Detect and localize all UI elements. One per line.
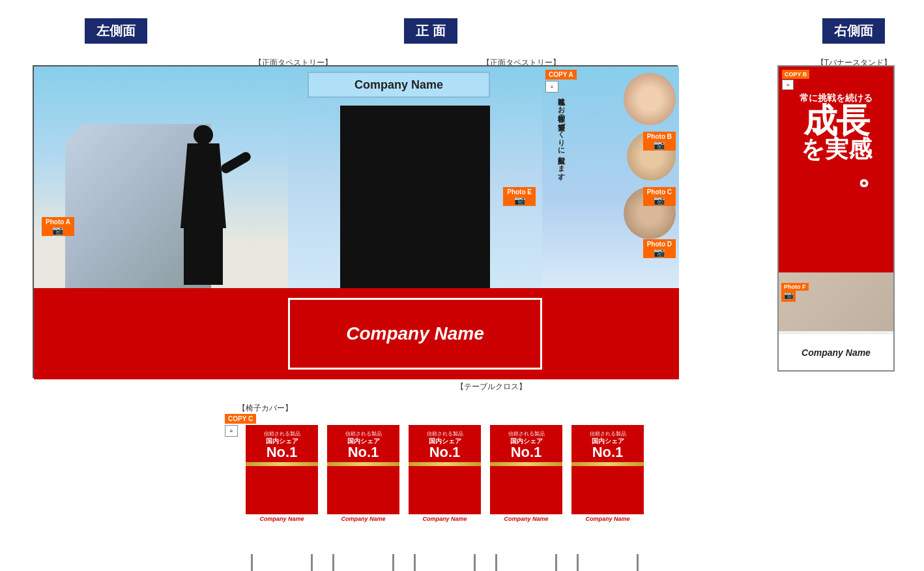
chair-card-1: 信頼される製品 国内シェア No.1 Company Name [244, 424, 319, 525]
chair-1-stripe [246, 462, 318, 466]
left-panel: Photo A 📷 [34, 66, 288, 288]
chair-card-2: 信頼される製品 国内シェア No.1 Company Name [326, 424, 401, 525]
chair-4-company: Company Name [490, 514, 562, 523]
copy-b-badge: COPY B [782, 70, 809, 79]
copy-a-doc-icon: ≡ [545, 81, 558, 93]
photo-a-badge[interactable]: Photo A 📷 [42, 217, 74, 236]
jp-text: 私達はお客様の繁盛づくりに貢献します。 [545, 93, 568, 184]
chair-5-big: No.1 [592, 445, 624, 460]
chair-2-company: Company Name [327, 514, 399, 523]
banner-doc-icon: ≡ [782, 80, 794, 90]
banner-period: 。 [784, 161, 888, 186]
section-label-right: 右側面 [822, 18, 885, 44]
camera-icon-b: 📷 [654, 140, 665, 149]
table-cross-label: 【テーブルクロス】 [456, 381, 527, 392]
chair-4-stripe [490, 462, 562, 466]
chair-5-company: Company Name [571, 514, 644, 523]
camera-icon-c: 📷 [654, 196, 665, 205]
chair-4-small: 信頼される製品 [508, 430, 545, 437]
chair-1-small: 信頼される製品 [264, 430, 300, 437]
chair-3-leg [414, 554, 476, 571]
chair-card-4: 信頼される製品 国内シェア No.1 Company Name [489, 424, 564, 525]
chair-2-leg [332, 554, 394, 571]
right-tapestry: COPY A ≡ 私達はお客様の繁盛づくりに貢献します。 Photo B 📷 P… [542, 66, 679, 288]
photo-c-badge[interactable]: Photo C 📷 [643, 187, 676, 206]
t-banner-stand: COPY B ≡ 常に挑戦を続ける 成長 を実感 。 Photo F 📷 Com… [777, 65, 895, 372]
camera-icon-d: 📷 [654, 248, 665, 257]
chair-5-leg [577, 554, 639, 571]
chair-4-big: No.1 [511, 445, 542, 460]
booth-outline: Photo A 📷 Company Name Photo E 📷 COPY A … [33, 65, 678, 378]
person-photo-1 [624, 73, 676, 125]
company-name-top-banner: Company Name [308, 72, 490, 98]
chair-3-small: 信頼される製品 [427, 430, 463, 437]
chair-1-leg [251, 554, 313, 571]
chair-card-3: 信頼される製品 国内シェア No.1 Company Name [407, 424, 482, 525]
camera-icon-f: 📷 [781, 289, 796, 302]
photo-b-badge[interactable]: Photo B 📷 [643, 132, 676, 151]
banner-photo-area: Photo F 📷 [779, 272, 893, 331]
banner-kanji: 成長 [784, 104, 888, 138]
banner-text-area: 常に挑戦を続ける 成長 を実感 。 [779, 93, 893, 186]
chair-4-leg [495, 554, 557, 571]
camera-icon: 📷 [52, 226, 63, 235]
copy-c-badge: COPY C [225, 414, 256, 424]
booth-entrance [340, 106, 490, 288]
chair-2-big: No.1 [348, 445, 379, 460]
chair-2-stripe [327, 462, 399, 466]
chairs-area: 信頼される製品 国内シェア No.1 Company Name 信頼される製品 … [235, 424, 691, 554]
chair-card-5: 信頼される製品 国内シェア No.1 Company Name [570, 424, 645, 525]
copy-a-badge: COPY A [545, 70, 577, 80]
center-tapestry: Company Name Photo E 📷 [288, 66, 542, 288]
camera-icon-e: 📷 [514, 196, 525, 205]
person-silhouette [171, 125, 236, 288]
company-name-center-box: Company Name [288, 298, 542, 370]
section-label-left: 左側面 [85, 18, 147, 44]
chair-3-big: No.1 [429, 445, 461, 460]
chair-5-stripe [571, 462, 644, 466]
section-label-center: 正 面 [404, 18, 457, 44]
banner-inner: COPY B ≡ 常に挑戦を続ける 成長 を実感 。 Photo F 📷 Com… [779, 66, 893, 370]
chair-1-big: No.1 [267, 445, 298, 460]
chair-5-small: 信頼される製品 [590, 430, 626, 437]
photo-d-badge[interactable]: Photo D 📷 [643, 239, 676, 258]
chair-3-company: Company Name [409, 514, 481, 523]
chair-1-company: Company Name [246, 514, 318, 523]
photo-e-badge[interactable]: Photo E 📷 [503, 187, 536, 206]
chair-cover-label: 【椅子カバー】 [238, 403, 293, 414]
chair-3-stripe [409, 462, 481, 466]
banner-company-name: Company Name [779, 334, 893, 370]
chair-2-small: 信頼される製品 [345, 430, 382, 437]
